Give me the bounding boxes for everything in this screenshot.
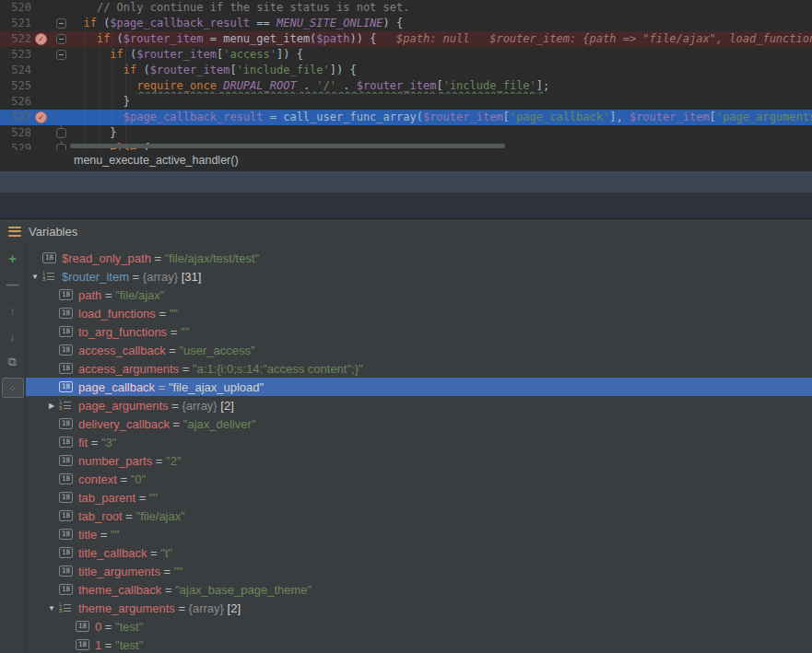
code-token: 'access': [223, 48, 277, 61]
variable-row[interactable]: 18page_callback = "file_ajax_upload": [26, 378, 812, 396]
variable-row[interactable]: 18tab_parent = "": [26, 488, 812, 507]
variable-value: "file/ajax": [115, 288, 164, 302]
equals-sign: =: [152, 454, 166, 468]
variable-name: page_arguments: [78, 399, 169, 413]
variable-row[interactable]: 18tab_root = "file/ajax": [26, 507, 812, 525]
variable-row[interactable]: 18$read_only_path = "file/ajax/test/test…: [26, 249, 812, 267]
code-text: if ($router_item['access']) {: [70, 47, 812, 63]
variable-value: "2": [166, 454, 181, 468]
variable-row[interactable]: 18context = "0": [26, 470, 812, 488]
inline-debug-hint: $path: null $router_item: {path => "file…: [396, 32, 812, 45]
variable-name: tab_root: [78, 509, 123, 523]
variable-row[interactable]: 18path = "file/ajax": [26, 286, 812, 304]
chevron-down-icon[interactable]: ▼: [28, 273, 42, 281]
code-token: (: [124, 48, 136, 61]
variable-row[interactable]: 18to_arg_functions = "": [26, 322, 812, 341]
variable-row[interactable]: 18title_callback = "t": [26, 543, 812, 562]
string-type-icon: 18: [59, 344, 74, 356]
variable-row[interactable]: ▼123$router_item = {array} [31]: [26, 267, 812, 286]
code-line[interactable]: 520 // Only continue if the site status …: [0, 0, 812, 16]
move-down-button[interactable]: ↓: [2, 326, 24, 346]
line-number: 527: [0, 110, 31, 125]
fold-end-icon[interactable]: [56, 144, 66, 150]
fold-collapse-icon[interactable]: [56, 18, 66, 29]
gutter[interactable]: 523: [0, 47, 53, 63]
horizontal-scrollbar[interactable]: [70, 144, 505, 148]
remove-watch-icon: —: [6, 277, 19, 292]
variable-name: $router_item: [62, 270, 129, 284]
gutter[interactable]: 526: [0, 94, 53, 110]
fold-collapse-icon[interactable]: [56, 34, 66, 44]
variable-row[interactable]: 180 = "test": [26, 617, 812, 636]
equals-sign: =: [175, 601, 189, 615]
gutter[interactable]: 528: [0, 125, 53, 141]
variable-row[interactable]: 18theme_callback = "ajax_base_page_theme…: [26, 580, 812, 599]
variable-name: number_parts: [78, 454, 152, 468]
variable-row[interactable]: 18delivery_callback = "ajax_deliver": [26, 414, 812, 433]
equals-sign: =: [166, 344, 180, 357]
variable-value: "ajax_deliver": [183, 417, 256, 431]
code-token: = menu_get_item(: [204, 32, 317, 45]
variable-value: "": [174, 565, 182, 578]
chevron-right-icon[interactable]: ▶: [44, 402, 59, 410]
variable-row[interactable]: 18number_parts = "2": [26, 451, 812, 470]
fold-collapse-icon[interactable]: [56, 50, 66, 60]
variable-name: access_arguments: [78, 362, 179, 376]
variable-row[interactable]: 18load_functions = "": [26, 304, 812, 322]
variable-name: title_callback: [78, 546, 147, 560]
code-editor[interactable]: 520 // Only continue if the site status …: [0, 0, 812, 150]
variables-header[interactable]: Variables: [0, 219, 812, 243]
breakpoint-icon[interactable]: ✓: [35, 111, 47, 123]
code-line[interactable]: 524 if ($router_item['include_file']) {: [0, 63, 812, 78]
remove-watch-button[interactable]: —: [2, 274, 24, 295]
code-token: [70, 64, 124, 76]
move-up-button[interactable]: ↑: [2, 300, 24, 321]
add-watch-button[interactable]: +: [2, 249, 24, 269]
code-token: 'include_file': [443, 79, 536, 92]
gutter[interactable]: 520: [0, 0, 53, 16]
gutter[interactable]: 521: [0, 16, 53, 31]
array-type-label: {array}: [143, 270, 178, 284]
variables-panel: + — ↑ ↓ ⧉ ⁘ 18$read_only_path = "file/aj…: [0, 243, 812, 653]
variable-row[interactable]: 18title = "": [26, 525, 812, 543]
equals-sign: =: [160, 565, 174, 578]
code-token: = call_user_func_array(: [264, 111, 423, 123]
fold-column: [53, 31, 70, 47]
variable-row[interactable]: ▶123page_arguments = {array} [2]: [26, 396, 812, 414]
code-token: if: [97, 32, 110, 45]
gutter[interactable]: 525: [0, 78, 53, 94]
string-type-icon: 18: [59, 566, 74, 577]
fold-column: [53, 0, 70, 16]
code-token: ]: [536, 79, 543, 92]
code-line[interactable]: 522✓ if ($router_item = menu_get_item($p…: [0, 31, 812, 47]
gutter[interactable]: 527✓: [0, 110, 53, 125]
code-line[interactable]: 528 }: [0, 125, 812, 141]
variable-row[interactable]: 181 = "test": [26, 636, 812, 653]
array-type-icon: 123: [59, 602, 74, 613]
code-token: $router_item: [136, 48, 217, 61]
code-line[interactable]: 525 require_once DRUPAL_ROOT . '/' . $ro…: [0, 78, 812, 94]
variable-row[interactable]: 18access_callback = "user_access": [26, 341, 812, 359]
fold-end-icon[interactable]: [56, 128, 66, 138]
code-token: $router_item: [423, 111, 503, 123]
code-token: if: [124, 64, 136, 76]
show-watches-toggle[interactable]: ⁘: [2, 378, 24, 398]
code-token: [70, 111, 124, 123]
code-line[interactable]: 521 if ($page_callback_result == MENU_SI…: [0, 16, 812, 31]
gutter[interactable]: 529: [0, 141, 53, 150]
copy-button[interactable]: ⧉: [2, 352, 24, 372]
variable-row[interactable]: ▼123theme_arguments = {array} [2]: [26, 599, 812, 617]
code-token: [70, 32, 97, 45]
gutter[interactable]: 524: [0, 63, 53, 78]
chevron-down-icon[interactable]: ▼: [44, 604, 59, 612]
variable-row[interactable]: 18access_arguments = "a:1:{i:0;s:14:"acc…: [26, 359, 812, 378]
gutter[interactable]: 522✓: [0, 31, 53, 47]
code-line[interactable]: 527✓ $page_callback_result = call_user_f…: [0, 110, 812, 125]
variable-row[interactable]: 18fit = "3": [26, 433, 812, 451]
breakpoint-icon[interactable]: ✓: [35, 33, 47, 45]
code-line[interactable]: 526 }: [0, 94, 812, 110]
variable-row[interactable]: 18title_arguments = "": [26, 562, 812, 580]
code-token: ]) {: [330, 64, 357, 76]
code-line[interactable]: 523 if ($router_item['access']) {: [0, 47, 812, 63]
variable-value: "file_ajax_upload": [169, 380, 264, 394]
